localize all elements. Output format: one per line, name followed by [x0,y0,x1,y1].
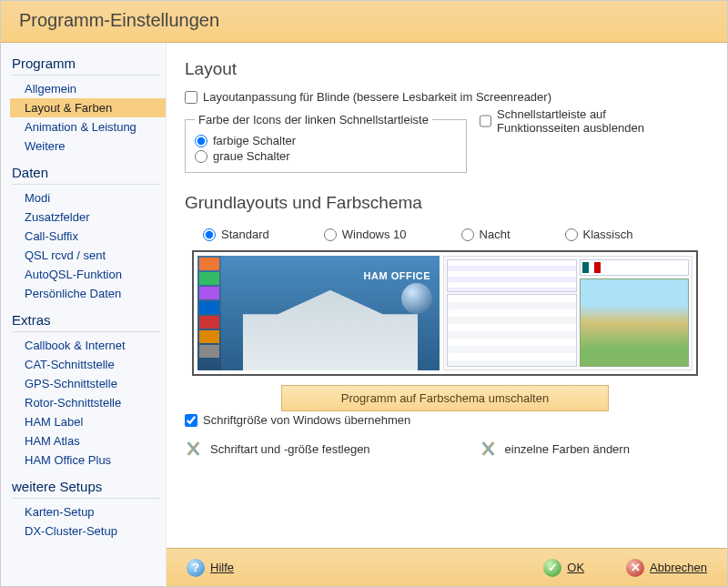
sidebar-group-programm: Programm [12,56,166,71]
sidebar-item-rotor[interactable]: Rotor-Schnittstelle [10,393,166,412]
content-pane: Layout Layoutanpassung für Blinde (besse… [167,43,727,586]
window-title: Programm-Einstellungen [19,10,709,31]
preview-launcher-icons [197,256,221,370]
icon-color-radio-farbig[interactable] [195,135,207,147]
blind-layout-label: Layoutanpassung für Blinde (bessere Lesb… [203,90,551,104]
inherit-windows-font-input[interactable] [185,414,197,427]
scheme-option-nacht[interactable]: Nacht [461,228,511,241]
sidebar-item-ham-office-plus[interactable]: HAM Office Plus [10,450,166,470]
set-font-label: Schriftart und -größe festlegen [210,442,370,456]
sidebar-item-gps[interactable]: GPS-Schnittstelle [10,374,166,393]
sidebar-item-layout-farben[interactable]: Layout & Farben [10,98,166,117]
scheme-radio-klassisch[interactable] [565,228,578,241]
hide-quickbar-input[interactable] [480,115,491,127]
icon-color-radio-grau[interactable] [195,150,207,163]
sidebar-item-qsl[interactable]: QSL rcvd / sent [10,246,166,265]
sidebar-item-autoqsl[interactable]: AutoQSL-Funktion [10,265,166,284]
preview-form-grid [447,259,577,292]
sidebar-item-modi[interactable]: Modi [10,188,166,207]
scheme-preview: HAM OFFICE [192,250,698,376]
preview-flag-row [580,259,689,276]
sidebar-item-karten-setup[interactable]: Karten-Setup [10,502,166,521]
scheme-option-klassisch[interactable]: Klassisch [565,228,633,241]
cancel-button[interactable]: Abbrechen [619,557,714,579]
scheme-radio-nacht[interactable] [461,228,474,241]
blind-layout-input[interactable] [185,91,197,104]
sidebar-item-allgemein[interactable]: Allgemein [10,79,166,98]
check-icon [543,559,561,577]
dialog-button-bar: Hilfe OK Abbrechen [167,548,727,586]
scheme-option-win10[interactable]: Windows 10 [324,228,407,241]
icon-color-label-farbig: farbige Schalter [213,134,296,147]
wrench-icon [480,440,498,458]
scheme-preview-splash: HAM OFFICE [197,256,440,370]
scheme-option-standard[interactable]: Standard [203,228,269,241]
close-icon [626,559,644,577]
sidebar-group-extras: Extras [12,312,166,328]
set-colors-button[interactable]: einzelne Farben ändern [480,440,630,458]
sidebar-item-weitere[interactable]: Weitere [10,137,166,156]
preview-banner-text: HAM OFFICE [364,270,430,281]
section-title-layout: Layout [185,59,705,79]
hide-quickbar-label: Schnellstartleiste auf Funktionsseiten a… [497,107,680,135]
sidebar-group-weitere-setups: weitere Setups [12,479,166,494]
preview-map [580,278,689,367]
sidebar-item-ham-label[interactable]: HAM Label [10,412,166,431]
scheme-label-klassisch: Klassisch [583,228,633,241]
sidebar-item-callbook[interactable]: Callbook & Internet [10,336,166,355]
set-font-button[interactable]: Schriftart und -größe festlegen [185,440,370,458]
sidebar-item-dx-cluster-setup[interactable]: DX-Cluster-Setup [10,521,166,541]
scheme-radio-row: Standard Windows 10 Nacht Klassisch [185,226,705,243]
wrench-icon [185,440,203,458]
blind-layout-checkbox[interactable]: Layoutanpassung für Blinde (bessere Lesb… [185,90,705,104]
switch-scheme-button[interactable]: Programm auf Farbschema umschalten [281,385,609,411]
inherit-windows-font-label: Schriftgröße von Windows übernehmen [203,413,410,427]
sidebar-item-zusatzfelder[interactable]: Zusatzfelder [10,207,166,227]
scheme-label-win10: Windows 10 [342,228,407,241]
help-icon [187,559,205,577]
sidebar-item-call-suffix[interactable]: Call-Suffix [10,227,166,246]
preview-log-table [447,294,577,367]
icon-color-fieldset: Farbe der Icons der linken Schnellstartl… [185,113,467,173]
sidebar-item-ham-atlas[interactable]: HAM Atlas [10,431,166,450]
icon-color-legend: Farbe der Icons der linken Schnellstartl… [195,113,432,127]
sidebar-item-cat[interactable]: CAT-Schnittstelle [10,355,166,374]
icon-color-option-grau[interactable]: graue Schalter [195,149,457,163]
window-header: Programm-Einstellungen [1,1,727,43]
scheme-radio-win10[interactable] [324,228,337,241]
scheme-radio-standard[interactable] [203,228,216,241]
icon-color-label-grau: graue Schalter [213,149,290,163]
inherit-windows-font-checkbox[interactable]: Schriftgröße von Windows übernehmen [185,413,705,427]
hide-quickbar-checkbox[interactable]: Schnellstartleiste auf Funktionsseiten a… [480,107,680,135]
sidebar-item-persoenliche-daten[interactable]: Persönliche Daten [10,284,166,303]
set-colors-label: einzelne Farben ändern [505,442,630,456]
help-button[interactable]: Hilfe [179,557,241,579]
scheme-label-nacht: Nacht [480,228,511,241]
globe-icon [401,283,432,314]
preview-building-graphic [243,290,418,370]
scheme-preview-main [443,256,693,370]
ok-button[interactable]: OK [536,557,592,579]
mexico-flag-icon [582,262,601,273]
section-title-schemes: Grundlayouts und Farbschema [185,193,705,213]
ok-label: OK [567,561,584,574]
help-label: Hilfe [210,561,234,574]
icon-color-option-farbig[interactable]: farbige Schalter [195,134,457,147]
sidebar: Programm Allgemein Layout & Farben Anima… [1,43,167,586]
cancel-label: Abbrechen [650,561,707,574]
sidebar-group-daten: Daten [12,165,166,180]
scheme-label-standard: Standard [221,228,269,241]
sidebar-item-animation[interactable]: Animation & Leistung [10,117,166,137]
